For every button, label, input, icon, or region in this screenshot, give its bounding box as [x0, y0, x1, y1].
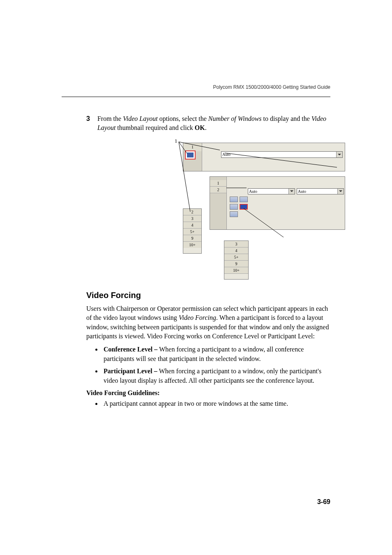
guidelines-list: A participant cannot appear in two or mo… — [86, 399, 330, 408]
callout-number: 1 — [175, 138, 178, 144]
layout-thumb[interactable] — [230, 197, 238, 202]
sidebar-cell[interactable]: 2 — [210, 187, 226, 193]
page-number: 3-69 — [317, 498, 330, 506]
layout-thumb[interactable] — [230, 204, 238, 210]
dropdown-value: Auto — [222, 152, 231, 157]
layout-thumb-selected[interactable] — [240, 204, 248, 210]
list-item: A participant cannot appear in two or mo… — [102, 399, 330, 408]
sidebar-cell[interactable]: 3 — [183, 215, 201, 222]
step-number: 3 — [86, 114, 90, 123]
guidelines-subhead: Video Forcing Guidelines: — [86, 389, 330, 397]
layout-panel-mid: 1 2 Auto Auto — [210, 176, 345, 230]
sidebar-cell[interactable]: 2 — [183, 209, 201, 215]
layout-thumb[interactable] — [240, 197, 248, 202]
mid-sidebar: 1 2 — [210, 177, 227, 229]
layout-panel-back: 1 Auto — [183, 143, 345, 171]
list-item: Conference Level – When forcing a partic… — [102, 345, 330, 363]
chevron-down-icon[interactable] — [288, 189, 295, 194]
dropdown-value: Auto — [249, 189, 257, 194]
auto-dropdown-mid-2[interactable]: Auto — [297, 188, 344, 194]
numbered-step: 3 From the Video Layout options, select … — [86, 114, 330, 133]
level-list: Conference Level – When forcing a partic… — [86, 345, 330, 385]
sidebar-cell[interactable]: 1 — [210, 180, 226, 187]
sidebar-cell[interactable]: 10+ — [183, 242, 201, 248]
layout-panel-front: 3 4 5+ 9 10+ — [224, 240, 249, 280]
sidebar-cell[interactable]: 5+ — [183, 229, 201, 235]
layout-thumb-1[interactable] — [185, 150, 196, 160]
section-heading: Video Forcing — [86, 291, 330, 300]
auto-dropdown-mid-1[interactable]: Auto — [248, 188, 295, 194]
sidebar-cell[interactable]: 9 — [224, 261, 248, 267]
sidebar-cell[interactable]: 10+ — [224, 267, 248, 274]
sidebar-cell[interactable]: 1 — [183, 143, 202, 151]
video-layout-screenshot: 1 1 Auto 2 3 4 5+ 9 10+ 1 — [166, 139, 347, 282]
step-text: From the Video Layout options, select th… — [97, 114, 330, 133]
thumbnail-selected[interactable] — [185, 150, 200, 163]
layout-thumb[interactable] — [230, 211, 238, 217]
header-rule — [62, 97, 330, 97]
sidebar-cell[interactable]: 4 — [224, 247, 248, 254]
dropdown-value: Auto — [298, 189, 306, 194]
chevron-down-icon[interactable] — [337, 189, 344, 194]
sidebar-cell[interactable]: 4 — [183, 222, 201, 229]
auto-dropdown-back[interactable]: Auto — [221, 151, 343, 158]
layout-thumb-grid — [230, 197, 248, 217]
running-header: Polycom RMX 1500/2000/4000 Getting Start… — [213, 84, 330, 90]
list-item: Participant Level – When forcing a parti… — [102, 367, 330, 385]
sidebar-cell[interactable]: 9 — [183, 235, 201, 242]
chevron-down-icon[interactable] — [336, 152, 342, 157]
sidebar-cell[interactable]: 3 — [224, 241, 248, 247]
back-sidebar-ext: 2 3 4 5+ 9 10+ — [183, 208, 202, 254]
intro-paragraph: Users with Chairperson or Operator permi… — [86, 304, 330, 341]
sidebar-cell[interactable]: 5+ — [224, 254, 248, 261]
